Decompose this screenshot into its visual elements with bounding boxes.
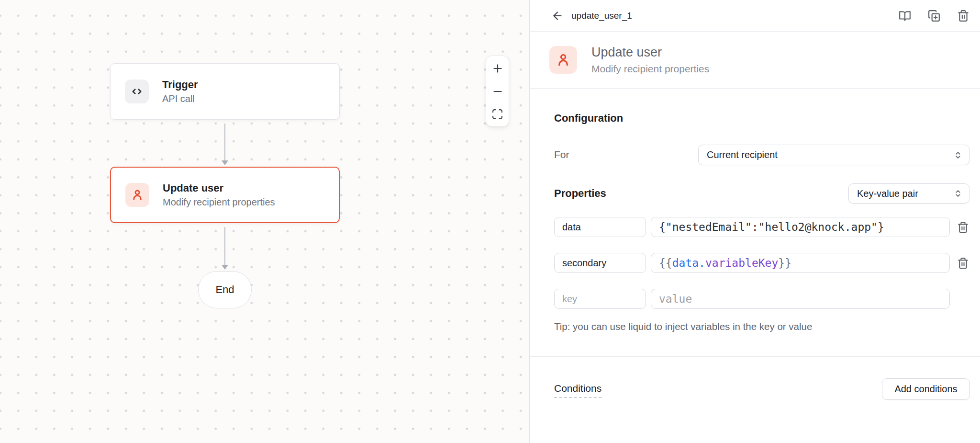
zoom-out-button[interactable] — [490, 84, 505, 99]
update-user-node-subtitle: Modify recipient properties — [163, 195, 275, 209]
conditions-heading: Conditions — [554, 383, 601, 398]
arrow-left-icon — [551, 10, 564, 22]
step-titles: Update user Modify recipient properties — [591, 44, 709, 76]
fit-view-icon — [491, 108, 503, 120]
step-key-title: update_user_1 — [571, 11, 632, 21]
plus-icon — [491, 62, 504, 75]
properties-mode-select[interactable]: Key-value pair — [848, 183, 969, 204]
add-conditions-button[interactable]: Add conditions — [882, 378, 970, 400]
for-select[interactable]: Current recipient — [698, 145, 969, 165]
edge-update-to-end — [224, 227, 225, 265]
book-open-icon — [899, 10, 911, 22]
property-value-input[interactable]: {{data.variableKey}} — [651, 253, 950, 273]
property-key-input[interactable] — [554, 253, 646, 273]
back-button[interactable] — [549, 8, 566, 24]
liquid-tip-text: Tip: you can use liquid to inject variab… — [554, 321, 812, 332]
property-key-input[interactable] — [554, 289, 646, 309]
for-select-value: Current recipient — [707, 149, 778, 160]
workflow-canvas[interactable]: Trigger API call Update user Modify reci… — [0, 0, 530, 443]
delete-step-button[interactable] — [955, 8, 971, 24]
trigger-node-title: Trigger — [162, 78, 198, 92]
properties-mode-value: Key-value pair — [857, 188, 918, 199]
trigger-node-subtitle: API call — [162, 92, 198, 106]
trash-icon — [957, 10, 969, 22]
update-user-node[interactable]: Update user Modify recipient properties — [110, 167, 340, 223]
remove-property-button[interactable] — [956, 253, 969, 273]
step-title: Update user — [591, 44, 709, 61]
fit-view-button[interactable] — [490, 107, 505, 121]
docs-button[interactable] — [897, 8, 913, 24]
update-user-node-title: Update user — [163, 181, 275, 195]
person-icon — [555, 52, 571, 68]
trigger-node-text: Trigger API call — [162, 78, 198, 106]
step-subtitle: Modify recipient properties — [591, 62, 709, 76]
panel-header: update_user_1 — [530, 0, 980, 32]
trash-icon — [957, 257, 969, 269]
code-icon — [125, 80, 149, 103]
chevron-up-down-icon — [953, 188, 963, 199]
end-node-label: End — [215, 284, 234, 296]
zoom-controls — [486, 56, 509, 126]
chevron-up-down-icon — [953, 150, 963, 160]
step-settings-panel: update_user_1 Update user Modify recipie… — [530, 0, 980, 443]
for-label: For — [554, 149, 569, 160]
property-value-input[interactable] — [651, 289, 950, 309]
trigger-node[interactable]: Trigger API call — [110, 63, 340, 120]
section-divider — [530, 356, 980, 357]
duplicate-step-button[interactable] — [926, 8, 942, 24]
properties-heading: Properties — [554, 187, 606, 200]
step-head: Update user Modify recipient properties — [530, 32, 980, 89]
remove-property-button[interactable] — [956, 217, 969, 237]
edge-trigger-to-update — [224, 124, 225, 161]
end-node[interactable]: End — [198, 271, 252, 308]
property-value-input[interactable] — [651, 217, 950, 237]
trash-icon — [957, 221, 969, 233]
property-key-input[interactable] — [554, 217, 646, 237]
update-user-step-icon — [549, 46, 577, 74]
person-icon — [125, 183, 149, 207]
update-user-node-text: Update user Modify recipient properties — [163, 181, 275, 209]
minus-icon — [491, 85, 504, 98]
configuration-heading: Configuration — [554, 112, 623, 125]
duplicate-plus-icon — [928, 10, 940, 22]
zoom-in-button[interactable] — [490, 61, 505, 76]
